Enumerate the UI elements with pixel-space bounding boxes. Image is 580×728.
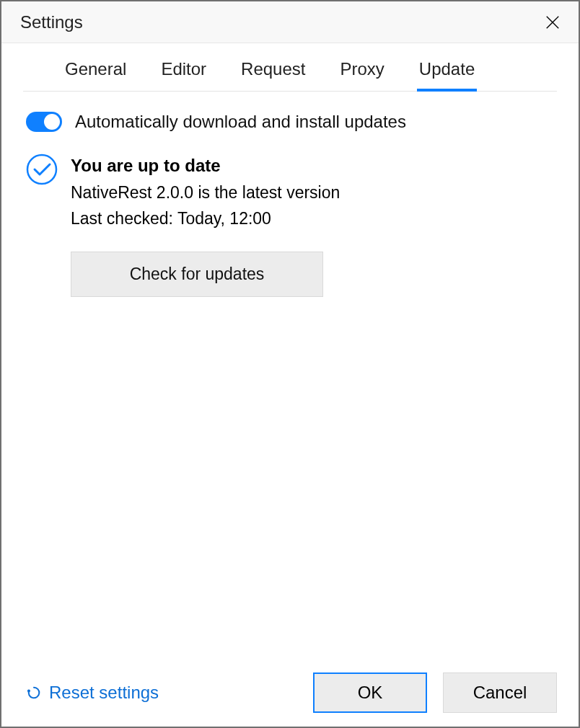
close-icon (545, 14, 561, 30)
tab-update[interactable]: Update (419, 59, 475, 91)
svg-point-2 (27, 155, 56, 184)
cancel-button[interactable]: Cancel (443, 672, 557, 713)
check-for-updates-button[interactable]: Check for updates (71, 252, 323, 297)
update-panel: Automatically download and install updat… (1, 92, 579, 659)
update-status-row: You are up to date NativeRest 2.0.0 is t… (26, 152, 554, 297)
reset-settings-label: Reset settings (49, 683, 159, 703)
svg-point-3 (27, 690, 30, 693)
reset-icon (26, 685, 42, 701)
update-version-line: NativeRest 2.0.0 is the latest version (71, 180, 340, 206)
window-title: Settings (20, 12, 83, 32)
update-status-text: You are up to date NativeRest 2.0.0 is t… (71, 152, 340, 297)
titlebar: Settings (1, 1, 579, 43)
close-button[interactable] (542, 12, 563, 32)
reset-settings-link[interactable]: Reset settings (26, 683, 159, 703)
checkmark-circle-icon (26, 154, 58, 185)
update-status-heading: You are up to date (71, 152, 340, 179)
footer-buttons: OK Cancel (313, 672, 557, 713)
auto-update-label: Automatically download and install updat… (75, 112, 406, 132)
tab-editor[interactable]: Editor (161, 59, 206, 91)
ok-button[interactable]: OK (313, 672, 427, 713)
auto-update-row: Automatically download and install updat… (26, 112, 554, 132)
settings-window: Settings General Editor Request Proxy Up… (0, 0, 580, 728)
tabs-bar: General Editor Request Proxy Update (23, 43, 557, 92)
tab-request[interactable]: Request (241, 59, 305, 91)
update-last-checked: Last checked: Today, 12:00 (71, 206, 340, 232)
footer: Reset settings OK Cancel (1, 659, 579, 727)
auto-update-toggle[interactable] (26, 112, 62, 132)
tab-proxy[interactable]: Proxy (340, 59, 384, 91)
tab-general[interactable]: General (65, 59, 126, 91)
